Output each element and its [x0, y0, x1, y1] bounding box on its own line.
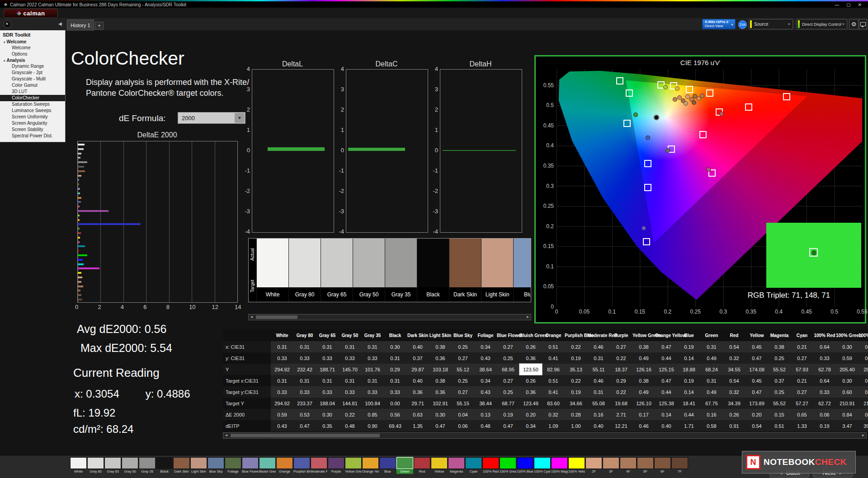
- panel-toggle-button[interactable]: [4, 20, 11, 28]
- expander-icon[interactable]: ▾: [4, 59, 5, 62]
- table-cell[interactable]: 0.22: [565, 341, 587, 352]
- table-cell[interactable]: 0.90: [361, 420, 384, 431]
- table-cell[interactable]: 0.29: [610, 375, 632, 386]
- footer-patch[interactable]: Green: [396, 457, 413, 474]
- table-cell[interactable]: 55.15: [452, 398, 474, 409]
- table-cell[interactable]: 0.46: [632, 420, 655, 431]
- footer-patch[interactable]: Gray 35: [139, 457, 156, 474]
- footer-patch[interactable]: Blue Sky: [208, 457, 224, 474]
- table-cell[interactable]: 0.31: [316, 375, 339, 386]
- table-cell[interactable]: 0.34: [519, 420, 542, 431]
- table-cell[interactable]: 0.31: [361, 341, 384, 352]
- table-cell[interactable]: 0.00: [384, 398, 406, 409]
- footer-patch[interactable]: Purple: [328, 457, 344, 474]
- table-cell[interactable]: 38.44: [474, 398, 497, 409]
- footer-patch[interactable]: Red: [414, 457, 430, 474]
- table-cell[interactable]: 0.47: [655, 375, 678, 386]
- table-cell[interactable]: 0.16: [587, 409, 610, 420]
- table-cell[interactable]: 0.54: [745, 420, 768, 431]
- patch-column[interactable]: Gray 65: [321, 239, 353, 302]
- table-cell[interactable]: 232.42: [293, 364, 316, 375]
- scroll-right-icon[interactable]: ►: [525, 315, 531, 319]
- table-cell[interactable]: 0.30: [836, 341, 859, 352]
- table-cell[interactable]: 55.52: [768, 364, 791, 375]
- table-cell[interactable]: 0.59: [836, 352, 859, 364]
- maximize-button[interactable]: ▢: [846, 2, 850, 7]
- table-cell[interactable]: 0.19: [678, 375, 700, 386]
- table-cell[interactable]: 0.33: [813, 352, 836, 364]
- table-cell[interactable]: 0.38: [768, 341, 791, 352]
- table-cell[interactable]: 173.89: [745, 398, 768, 409]
- footer-patch[interactable]: Dark Skin: [173, 457, 190, 474]
- footer-patch[interactable]: Yellow Green: [345, 457, 362, 474]
- sidebar-item-luminance-sweeps[interactable]: Luminance Sweeps: [0, 108, 65, 114]
- sidebar-item-screen-stability[interactable]: Screen Stability: [0, 127, 65, 133]
- table-cell[interactable]: 0.46: [587, 375, 610, 386]
- table-cell[interactable]: 123.50: [519, 364, 542, 375]
- table-cell[interactable]: 34.55: [723, 364, 745, 375]
- table-cell[interactable]: 0.40: [406, 375, 429, 386]
- table-cell[interactable]: 55.08: [587, 398, 610, 409]
- table-cell[interactable]: 0.31: [587, 386, 610, 398]
- table-cell[interactable]: 0.51: [542, 375, 565, 386]
- table-cell[interactable]: 0.53: [293, 409, 316, 420]
- calman-logo[interactable]: calman: [4, 9, 58, 18]
- footer-patch[interactable]: Cyan: [465, 457, 482, 474]
- source-select[interactable]: Source ▼: [749, 19, 793, 29]
- table-cell[interactable]: 233.37: [293, 398, 316, 409]
- footer-patch[interactable]: 100% Green: [500, 457, 516, 474]
- sidebar-collapse-icon[interactable]: ◀: [58, 21, 62, 26]
- table-cell[interactable]: 0.56: [384, 409, 406, 420]
- table-cell[interactable]: 0.31: [384, 375, 406, 386]
- table-cell[interactable]: 0.54: [723, 375, 745, 386]
- patch-column[interactable]: Dark Skin: [449, 239, 481, 302]
- table-cell[interactable]: 0.06: [859, 352, 868, 364]
- display-icon-button[interactable]: [859, 19, 867, 29]
- table-scrollbar[interactable]: ◄ ►: [223, 432, 867, 439]
- table-cell[interactable]: 174.08: [745, 364, 768, 375]
- table-cell[interactable]: 205.40: [836, 364, 859, 375]
- table-cell[interactable]: 0.31: [700, 341, 723, 352]
- table-cell[interactable]: 0.47: [429, 420, 452, 431]
- table-cell[interactable]: 0.34: [474, 341, 497, 352]
- table-cell[interactable]: 0.25: [452, 341, 474, 352]
- table-cell[interactable]: 0.84: [836, 409, 859, 420]
- table-cell[interactable]: 0.25: [768, 352, 791, 364]
- table-cell[interactable]: 0.27: [452, 352, 474, 364]
- table-cell[interactable]: 21.52: [859, 398, 868, 409]
- table-cell[interactable]: 0.22: [339, 409, 361, 420]
- table-cell[interactable]: 29.87: [406, 364, 429, 375]
- table-cell[interactable]: 0.33: [384, 386, 406, 398]
- table-cell[interactable]: 0.40: [655, 420, 678, 431]
- sidebar-item-spectral-power-dist-[interactable]: Spectral Power Dist.: [0, 133, 65, 139]
- table-cell[interactable]: 62.78: [813, 364, 836, 375]
- table-cell[interactable]: 1.35: [406, 420, 429, 431]
- table-cell[interactable]: 0.33: [339, 352, 361, 364]
- table-cell[interactable]: 0.33: [339, 386, 361, 398]
- table-cell[interactable]: 1.33: [791, 420, 813, 431]
- table-cell[interactable]: 0.19: [497, 409, 519, 420]
- table-cell[interactable]: 0.38: [429, 375, 452, 386]
- table-cell[interactable]: 126.10: [632, 398, 655, 409]
- table-cell[interactable]: 18.37: [610, 364, 632, 375]
- table-cell[interactable]: 0.37: [768, 375, 791, 386]
- table-cell[interactable]: 0.64: [813, 375, 836, 386]
- minimize-button[interactable]: —: [835, 2, 839, 7]
- tab-history-1[interactable]: History 1: [67, 19, 94, 31]
- table-cell[interactable]: 0.25: [768, 386, 791, 398]
- table-cell[interactable]: 0.51: [768, 420, 791, 431]
- table-cell[interactable]: 55.12: [452, 364, 474, 375]
- table-cell[interactable]: 0.13: [474, 409, 497, 420]
- table-cell[interactable]: 38.64: [474, 364, 497, 375]
- table-cell[interactable]: 0.33: [271, 352, 293, 364]
- table-cell[interactable]: 0.31: [361, 375, 384, 386]
- table-cell[interactable]: 0.31: [587, 352, 610, 364]
- table-cell[interactable]: 0.31: [316, 341, 339, 352]
- table-cell[interactable]: 34.39: [723, 398, 745, 409]
- table-cell[interactable]: 188.71: [316, 364, 339, 375]
- footer-patch[interactable]: 100% Red: [482, 457, 499, 474]
- table-cell[interactable]: 0.33: [293, 352, 316, 364]
- table-cell[interactable]: 0.19: [813, 420, 836, 431]
- table-cell[interactable]: 0.36: [519, 386, 542, 398]
- footer-patch[interactable]: Light Skin: [190, 457, 207, 474]
